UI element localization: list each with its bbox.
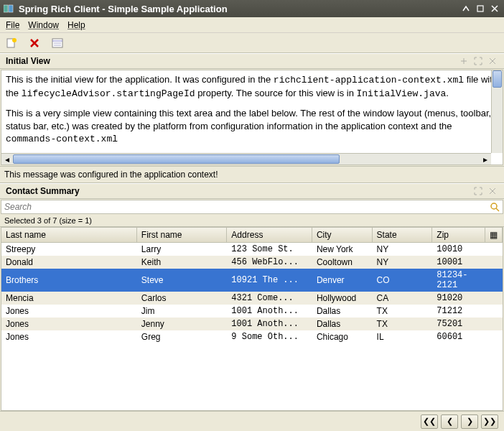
table-row[interactable]: JonesJim1001 Anoth...DallasTX71212 [1,305,503,318]
menu-window[interactable]: Window [28,20,59,30]
menu-help[interactable]: Help [67,20,85,30]
table-corner-button[interactable]: ▦ [485,228,503,243]
menubar: File Window Help [0,17,504,33]
close-contact-icon[interactable] [487,185,498,197]
status-message: This message was configured in the appli… [0,167,504,183]
properties-icon[interactable] [52,37,63,49]
window-title: Spring Rich Client - Simple Sample Appli… [19,4,458,14]
svg-rect-1 [9,5,13,12]
delete-icon[interactable] [29,37,40,49]
table-row[interactable]: StreepyLarry123 Some St.New YorkNY10010 [1,243,503,256]
maximize-contact-icon[interactable] [472,185,484,197]
search-row [1,200,503,214]
col-zip[interactable]: Zip [432,228,485,243]
close-panel-icon[interactable] [487,55,498,67]
initial-view-header: Initial View [0,53,504,69]
table-row[interactable]: JonesJenny1001 Anoth...DallasTX75201 [1,318,503,330]
svg-rect-2 [477,6,483,11]
col-address[interactable]: Address [227,228,312,243]
initial-view-content: This is the initial view for the applica… [1,70,503,149]
svg-rect-0 [4,5,8,12]
contact-summary-title: Contact Summary [6,186,470,196]
next-page-button[interactable]: ❯ [461,414,478,429]
search-input[interactable] [4,202,490,212]
close-button[interactable] [488,2,501,15]
table-header-row: Last name First name Address City State … [1,228,503,243]
minimize-button[interactable] [459,2,472,15]
pin-icon[interactable] [458,55,470,67]
scroll-left-icon[interactable]: ◂ [1,154,13,165]
contact-summary-panel: Contact Summary Selected 3 of 7 (size = … [0,183,504,431]
col-lastname[interactable]: Last name [1,228,136,243]
app-icon [3,3,14,14]
horizontal-scrollbar[interactable]: ◂ ▸ [1,153,491,164]
maximize-button[interactable] [474,2,487,15]
contact-table[interactable]: Last name First name Address City State … [1,227,503,411]
scroll-right-icon[interactable]: ▸ [480,154,491,165]
selection-info: Selected 3 of 7 (size = 1) [0,215,504,227]
toolbar [0,33,504,53]
initial-view-panel: Initial View This is the initial view fo… [0,53,504,167]
col-city[interactable]: City [312,228,372,243]
contact-summary-header: Contact Summary [0,183,504,199]
col-firstname[interactable]: First name [136,228,227,243]
titlebar: Spring Rich Client - Simple Sample Appli… [0,0,504,17]
table-row[interactable]: MenciaCarlos4321 Come...HollywoodCA91020 [1,292,503,305]
search-icon[interactable] [490,202,500,212]
initial-view-textarea[interactable]: This is the initial view for the applica… [1,70,503,165]
table-row[interactable]: DonaldKeith456 WebFlo...CooltownNY10001 [1,256,503,269]
menu-file[interactable]: File [6,20,19,30]
new-icon[interactable] [6,37,17,49]
first-page-button[interactable]: ❮❮ [421,414,438,429]
prev-page-button[interactable]: ❮ [441,414,458,429]
svg-point-9 [491,203,497,209]
svg-point-4 [12,38,17,42]
initial-view-title: Initial View [6,56,455,66]
table-row[interactable]: BrothersSteve10921 The ...DenverCO81234-… [1,269,503,292]
nav-footer: ❮❮ ❮ ❯ ❯❯ [0,411,504,431]
table-row[interactable]: JonesGreg9 Some Oth...ChicagoIL60601 [1,330,503,343]
maximize-panel-icon[interactable] [472,55,484,67]
vertical-scrollbar[interactable] [491,70,503,153]
col-state[interactable]: State [372,228,432,243]
svg-line-10 [496,208,499,211]
last-page-button[interactable]: ❯❯ [481,414,498,429]
